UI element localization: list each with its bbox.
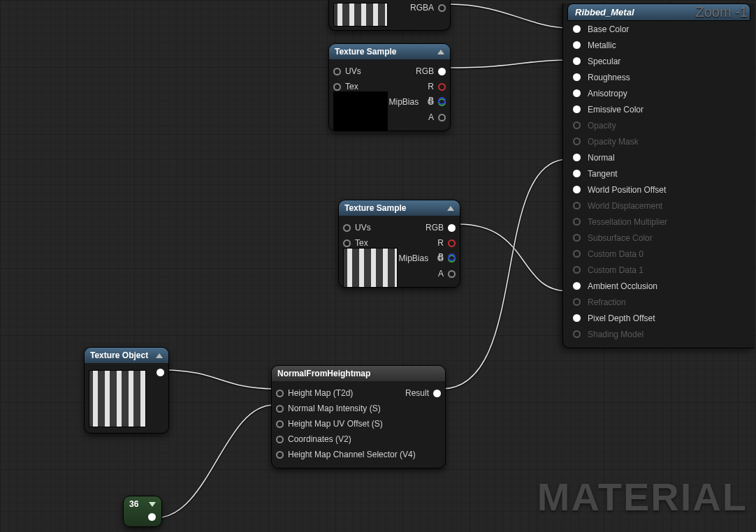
input-pin[interactable] [573,154,581,161]
node-header[interactable]: Texture Object [85,348,168,363]
material-input-row[interactable]: Tessellation Multiplier [563,214,755,230]
input-pin[interactable] [573,330,581,338]
material-input-row[interactable]: Pixel Depth Offset [563,310,755,326]
material-input-row[interactable]: Tangent [563,165,755,182]
collapse-icon[interactable] [437,50,444,54]
output-pin-rgb[interactable] [448,224,456,232]
input-pin-uvoffset[interactable] [276,420,284,428]
input-pin-coords[interactable] [276,436,284,443]
material-input-row[interactable]: Base Color [563,21,755,37]
output-pin-rgba[interactable] [438,131,446,132]
input-pin[interactable] [573,234,581,242]
input-pin[interactable] [573,218,581,226]
input-pin[interactable] [573,25,581,33]
input-pin[interactable] [573,41,581,49]
pin-rgba-label: RGBA [420,286,444,288]
dropdown-icon[interactable] [149,502,156,507]
pin-uvoffset-label: Height Map UV Offset (S) [288,419,383,429]
material-input-row[interactable]: World Displacement [563,198,755,214]
material-input-row[interactable]: Metallic [563,37,755,53]
output-pin[interactable] [148,513,156,521]
material-input-label: Opacity [588,121,616,131]
pin-rgba-label: RGBA [410,129,434,131]
input-pin[interactable] [573,121,581,129]
input-pin[interactable] [573,298,581,306]
material-input-row[interactable]: Opacity Mask [563,133,755,149]
material-input-row[interactable]: Refraction [563,294,755,310]
input-pin[interactable] [573,250,581,258]
node-title: Texture Sample [344,203,406,213]
material-input-label: Anisotropy [588,89,627,98]
material-input-row[interactable]: Ambient Occlusion [563,278,755,294]
input-pin[interactable] [573,314,581,322]
input-pin[interactable] [573,138,581,145]
pin-a-label: A [428,112,434,122]
material-input-row[interactable]: Emissive Color [563,101,755,117]
pin-coords-label: Coordinates (V2) [288,434,351,444]
output-pin-rgba[interactable] [438,4,446,12]
texture-sample-node-top-partial[interactable]: RGBA [328,0,451,31]
material-watermark: MATERIAL [537,474,748,519]
input-pin[interactable] [573,73,581,81]
pin-r-label: R [428,82,434,91]
material-input-row[interactable]: Anisotropy [563,85,755,101]
material-input-row[interactable]: Custom Data 0 [563,246,755,262]
output-pin-result[interactable] [433,390,441,397]
output-pin-rgb[interactable] [438,68,446,75]
material-input-row[interactable]: World Position Offset [563,182,755,198]
material-input-label: Ambient Occlusion [588,281,657,291]
material-input-label: Custom Data 0 [588,249,644,259]
texture-sample-node-3[interactable]: Texture Sample UVs RGB Tex R Apply View … [338,200,460,288]
input-pin[interactable] [573,282,581,290]
material-input-row[interactable]: Custom Data 1 [563,262,755,278]
input-pin-uvs[interactable] [343,224,351,232]
output-pin-b[interactable] [438,97,446,105]
constant-node[interactable]: 36 [123,496,162,527]
texture-thumbnail-stripes [89,370,146,427]
node-header[interactable]: Texture Sample [339,200,460,216]
pin-rgba-label: RGBA [410,3,434,13]
input-pin-uvs[interactable] [333,68,341,75]
output-pin-a[interactable] [438,114,446,121]
constant-value: 36 [129,499,138,509]
output-pin-a[interactable] [448,270,456,278]
material-input-label: Custom Data 1 [588,265,644,275]
material-input-label: Pixel Depth Offset [588,313,655,323]
input-pin-intensity[interactable] [276,405,284,413]
material-input-label: World Displacement [588,201,662,211]
input-pin[interactable] [573,57,581,65]
material-input-row[interactable]: Normal [563,149,755,165]
output-pin-r[interactable] [438,83,446,91]
material-input-row[interactable]: Specular [563,53,755,69]
output-pin-r[interactable] [448,239,456,247]
pin-chansel-label: Height Map Channel Selector (V4) [288,450,416,459]
input-pin[interactable] [573,89,581,97]
input-pin[interactable] [573,170,581,177]
input-pin[interactable] [573,202,581,209]
material-input-label: Tessellation Multiplier [588,217,667,227]
texture-sample-node-2[interactable]: Texture Sample UVs RGB Tex R Apply View … [328,43,451,131]
texture-object-node[interactable]: Texture Object [84,347,169,434]
material-input-row[interactable]: Opacity [563,117,755,133]
input-pin[interactable] [573,186,581,193]
output-pin[interactable] [157,369,164,376]
material-output-node[interactable]: Ribbed_Metal Base ColorMetallicSpecularR… [562,3,755,348]
material-input-label: Metallic [588,40,616,50]
output-pin-b[interactable] [448,253,456,261]
input-pin[interactable] [573,105,581,113]
normal-from-heightmap-node[interactable]: NormalFromHeightmap Height Map (T2d) Res… [271,365,446,468]
node-header[interactable]: Texture Sample [329,44,450,59]
output-pin-rgba[interactable] [448,287,456,288]
input-pin-chansel[interactable] [276,451,284,459]
node-title: Texture Object [90,350,148,360]
material-input-row[interactable]: Roughness [563,69,755,85]
material-input-label: Emissive Color [588,105,644,114]
material-input-row[interactable]: Subsurface Color [563,230,755,246]
material-input-row[interactable]: Shading Model [563,326,755,342]
collapse-icon[interactable] [447,206,454,211]
input-pin-heightmap[interactable] [276,390,284,397]
node-header[interactable]: NormalFromHeightmap [272,366,445,381]
input-pin[interactable] [573,266,581,274]
pin-uvs-label: UVs [355,223,371,232]
collapse-icon[interactable] [156,353,163,358]
